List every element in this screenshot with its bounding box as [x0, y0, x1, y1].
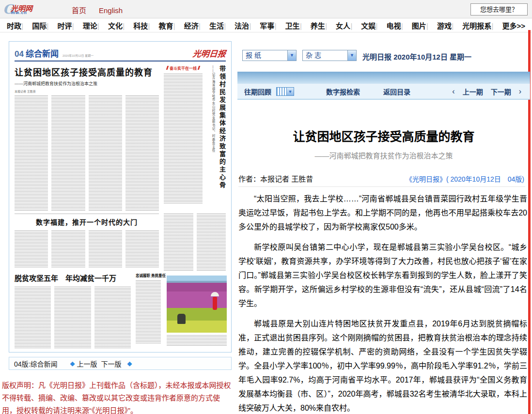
nav-item[interactable]: 电视: [376, 20, 401, 31]
paper-badge-label: 奋斗实干在一线: [170, 66, 197, 71]
nav-item[interactable]: 游戏: [426, 20, 452, 31]
article-paragraph: 郸城县原是大别山连片特困地区扶贫开发重点县，2019年6月达到脱贫摘帽标准，正式…: [238, 317, 527, 414]
gmw-logo[interactable]: G 光明网 mw.cn: [3, 2, 61, 16]
digital-search-link[interactable]: 数字报检索: [326, 87, 360, 96]
issue-dateline: 光明日报 2020年10月12日 星期一: [362, 51, 471, 61]
gmw-logo-domain: mw.cn: [11, 10, 27, 15]
chevron-left-icon[interactable]: ‹: [452, 87, 454, 96]
paper-byline: 本报记者 王胜昔: [15, 89, 159, 93]
nav-item[interactable]: 时评: [47, 20, 72, 31]
home-link[interactable]: 首页: [72, 6, 86, 15]
article-paragraph: “太阳当空照，我去上学校……”河南省郸城县吴台镇晋菜园行政村五年级学生晋奥运吃过…: [238, 192, 527, 234]
photographer-figure: [177, 314, 186, 324]
paper-vertical-headline: 带领村民发展集体经济致富的主心骨: [218, 65, 227, 225]
prev-issue-link[interactable]: 上一期: [463, 87, 483, 96]
nav-item[interactable]: 理论: [72, 20, 97, 31]
paper-dateline: 2020年10月12日 星期一: [63, 54, 94, 57]
article-meta-row: 作者：本报记者 王胜昔 《光明日报》( 2020年10月12日 04版): [238, 172, 525, 187]
newspaper-select-value: 报 纸: [246, 51, 261, 59]
calendar-icon[interactable]: [276, 87, 287, 96]
newspaper-select[interactable]: 报 纸 ▼: [242, 50, 297, 61]
calendar-dropdown-icon[interactable]: ▼: [287, 87, 294, 96]
paper-section-2-right: [164, 214, 226, 271]
paper-headline-2: 数字福建，推开一个时代的大门: [15, 217, 159, 227]
red-dress-figure: [213, 297, 217, 310]
issue-pager: ‹ 上一期 下一期 ›: [452, 87, 530, 96]
paper-middle-column: 奋斗实干在一线: [164, 65, 203, 211]
paper-text-columns: [15, 95, 159, 211]
nav-item[interactable]: 法治: [224, 20, 249, 31]
paper-vertical-subhead: ——记青海省德令哈市东山村党支部书记、村委会主任: [211, 65, 216, 225]
back-to-contents-link[interactable]: 返回目录: [383, 87, 410, 96]
page-nav-bar: 04版:综合新闻 ◆ 上一版 下一版 ◆: [9, 357, 232, 370]
paper-photo-flower-field: [167, 276, 227, 333]
nav-item[interactable]: 科技: [123, 20, 148, 31]
paper-section-name: 综合新闻: [26, 49, 59, 59]
past-issues-link[interactable]: 往期回顾: [244, 87, 271, 96]
nav-item[interactable]: 时政: [7, 20, 21, 31]
next-issue-link[interactable]: 下一期: [491, 87, 511, 96]
nav-list: 时政国际时评理论文化科技教育经济生活法治军事卫生养生女人文娱电视图片游戏光明报系…: [0, 19, 532, 32]
paper-headline-3: 脱贫攻坚五年 年均减贫一千万: [15, 273, 131, 283]
paper-page-number: 04: [15, 49, 24, 59]
paper-badge: 奋斗实干在一线: [164, 65, 203, 71]
calendar-picker[interactable]: ▼: [276, 87, 294, 96]
article-subtitle: ——河南郸城把教育扶贫作为治根治本之策: [242, 150, 525, 160]
english-link[interactable]: English: [99, 6, 123, 15]
paper-subhead-1: ——河南郸城把教育扶贫作为治根治本之策: [15, 80, 159, 87]
umbrella-shape: [211, 292, 219, 296]
nav-item[interactable]: 军事: [249, 20, 274, 31]
nav-item[interactable]: 国际: [21, 20, 47, 31]
nav-item[interactable]: 文娱: [350, 20, 376, 31]
copyright-notice: 版权声明：凡《光明日报》上刊载作品（含标题），未经本报或本网授权不得转载、摘编、…: [2, 379, 233, 414]
nav-item[interactable]: 教育: [148, 20, 173, 31]
paper-photo-caption: [167, 335, 227, 346]
paper-masthead: 光明日报: [192, 47, 227, 59]
next-version-diamond-icon: ◆: [127, 360, 132, 367]
main-nav: 时政国际时评理论文化科技教育经济生活法治军事卫生养生女人文娱电视图片游戏光明报系…: [0, 19, 532, 32]
newspaper-page: 04综合新闻2020年10月12日 星期一 光明日报 让贫困地区孩子接受高质量的…: [11, 43, 230, 351]
paper-lead-story: 让贫困地区孩子接受高质量的教育 ——河南郸城把教育扶贫作为治根治本之策 本报记者…: [15, 65, 159, 93]
article-body: “太阳当空照，我去上学校……”河南省郸城县吴台镇晋菜园行政村五年级学生晋奥运吃过…: [238, 192, 527, 414]
nav-item[interactable]: 光明报系: [452, 20, 491, 31]
chevron-right-icon[interactable]: ›: [519, 87, 521, 96]
top-bar: G 光明网 mw.cn 首页English 您想去哪里？: [0, 0, 532, 18]
dropdown-arrow-icon[interactable]: ▼: [287, 50, 296, 61]
prev-version-diamond-icon: ◆: [70, 360, 75, 367]
reader-toolbar: 往期回顾 ▼ 数字报检索 返回目录 ‹ 上一期 下一期 ›: [237, 84, 530, 100]
article-paragraph: 新学校原叫吴台镇第二中心小学，现在是郸城县第三实验小学吴台校区。“城乡学校‘联姻…: [238, 240, 527, 310]
article-title: 让贫困地区孩子接受高质量的教育: [242, 127, 525, 144]
magazine-select[interactable]: 杂 志 ▼: [302, 50, 357, 61]
prev-version-link[interactable]: 上一版: [77, 359, 97, 368]
paper-vertical-story: 带领村民发展集体经济致富的主心骨 ——记青海省德令哈市东山村党支部书记、村委会主…: [211, 65, 227, 225]
paper-header: 04综合新闻2020年10月12日 星期一 光明日报: [15, 47, 226, 59]
paper-header-rule: [15, 61, 226, 61]
top-links: 首页English: [72, 5, 135, 15]
nav-item[interactable]: 图片: [401, 20, 426, 31]
next-version-link[interactable]: 下一版: [101, 359, 121, 368]
nav-item[interactable]: 卫生: [275, 20, 300, 31]
nav-item[interactable]: 更多>>: [492, 20, 525, 31]
dropdown-arrow-icon[interactable]: ▼: [347, 50, 356, 61]
toolbar-gradient-band: [237, 72, 530, 84]
newspaper-page-image[interactable]: 04综合新闻2020年10月12日 星期一 光明日报 让贫困地区孩子接受高质量的…: [9, 41, 232, 353]
nav-item[interactable]: 经济: [173, 20, 199, 31]
where-to-go-select[interactable]: 您想去哪里？: [470, 3, 528, 15]
paper-headline-1: 让贫困地区孩子接受高质量的教育: [15, 65, 159, 78]
paper-section-2: 数字福建，推开一个时代的大门: [15, 214, 159, 268]
magazine-select-value: 杂 志: [306, 51, 321, 59]
paper-section-3: 脱贫攻坚五年 年均减贫一千万: [15, 273, 131, 349]
nav-item[interactable]: 女人: [325, 20, 350, 31]
nav-item[interactable]: 文化: [97, 20, 123, 31]
article-author: 作者：本报记者 王胜昔: [238, 173, 313, 184]
paper-subhead-3: 忠诚履职 勇挑重任: [136, 273, 161, 278]
page-nav-label: 04版:综合新闻: [14, 359, 57, 368]
article-source: 《光明日报》( 2020年10月12日 04版): [406, 174, 524, 184]
nav-item[interactable]: 生活: [199, 20, 224, 31]
nav-item[interactable]: 养生: [300, 20, 325, 31]
paper-section-3-mid: 忠诚履职 勇挑重任: [136, 273, 161, 345]
